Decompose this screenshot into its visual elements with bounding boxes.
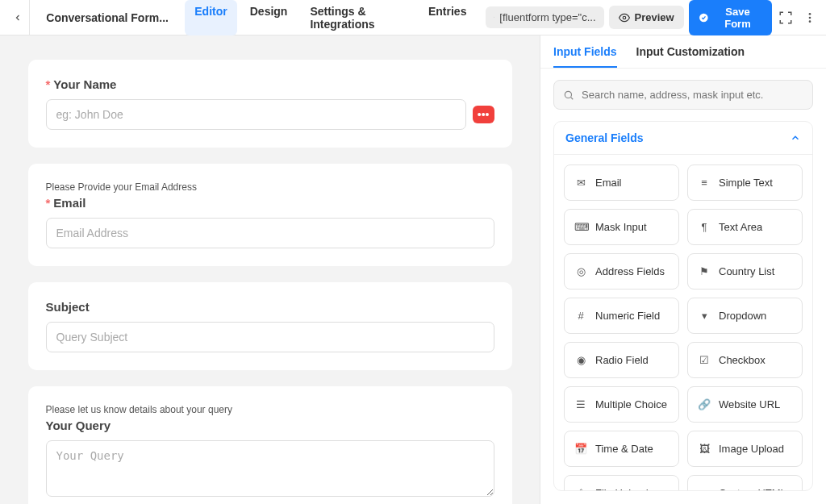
field-item-label: Address Fields — [595, 265, 665, 277]
field-label: Subject — [46, 300, 494, 314]
field-label: Your Query — [46, 419, 494, 432]
field-item-numeric-field[interactable]: #Numeric Field — [564, 298, 679, 334]
field-item-multiple-choice[interactable]: ☰Multiple Choice — [564, 386, 679, 423]
field-type-icon: ☰ — [574, 398, 587, 410]
field-item-label: Image Upload — [719, 443, 784, 455]
field-type-icon: ⌨ — [574, 221, 587, 233]
field-item-checkbox[interactable]: ☑Checkbox — [687, 342, 803, 378]
section-title: General Fields — [565, 131, 643, 144]
fullscreen-icon — [778, 10, 793, 25]
field-type-icon: ✉ — [574, 177, 587, 189]
field-type-icon: ⚑ — [698, 265, 711, 277]
eye-icon — [619, 12, 630, 23]
back-button[interactable] — [6, 0, 30, 35]
svg-line-7 — [571, 97, 574, 99]
copy-icon — [494, 12, 494, 23]
required-asterisk: * — [46, 196, 51, 210]
field-item-file-upload[interactable]: ⇧File Upload — [564, 475, 679, 491]
field-type-icon: 🔗 — [698, 398, 711, 410]
field-item-simple-text[interactable]: ≡Simple Text — [687, 165, 803, 201]
field-item-email[interactable]: ✉Email — [564, 165, 679, 201]
save-label: Save Form — [713, 6, 761, 30]
field-helper: Please Provide your Email Address — [46, 181, 494, 193]
form-canvas[interactable]: *Your Name•••Please Provide your Email A… — [0, 35, 540, 504]
shortcode-text: [fluentform type="c... — [499, 11, 595, 23]
field-item-label: Mask Input — [595, 221, 647, 233]
chevron-left-icon — [13, 13, 23, 23]
field-item-label: Numeric Field — [595, 310, 660, 322]
svg-point-6 — [565, 91, 571, 98]
form-field-card[interactable]: *Your Name••• — [28, 60, 512, 148]
field-item-website-url[interactable]: 🔗Website URL — [687, 386, 803, 423]
shortcode-box[interactable]: [fluentform type="c... — [486, 6, 603, 28]
field-search-input[interactable] — [553, 80, 813, 110]
tab-entries[interactable]: Entries — [419, 0, 476, 35]
required-asterisk: * — [46, 77, 51, 91]
field-type-icon: ⇧ — [574, 487, 587, 491]
search-wrap — [540, 69, 826, 121]
topbar: Conversational Form... EditorDesignSetti… — [0, 0, 826, 35]
side-tab-input-customization[interactable]: Input Customization — [636, 45, 745, 68]
field-input[interactable] — [46, 322, 494, 352]
field-item-label: Email — [595, 177, 622, 189]
field-item-mask-input[interactable]: ⌨Mask Input — [564, 209, 679, 245]
field-item-label: Country List — [719, 265, 774, 277]
preview-label: Preview — [635, 11, 674, 23]
preview-button[interactable]: Preview — [609, 6, 684, 29]
svg-point-1 — [623, 16, 626, 19]
form-title[interactable]: Conversational Form... — [35, 11, 172, 24]
fullscreen-button[interactable] — [777, 7, 796, 28]
field-item-label: Checkbox — [719, 354, 766, 366]
field-item-radio-field[interactable]: ◉Radio Field — [564, 342, 679, 378]
form-field-card[interactable]: Subject — [28, 282, 512, 370]
field-grid: ✉Email≡Simple Text⌨Mask Input¶Text Area◎… — [554, 155, 812, 491]
field-input[interactable] — [46, 218, 494, 248]
field-input[interactable] — [46, 99, 466, 130]
chevron-up-icon — [790, 132, 801, 144]
save-button[interactable]: Save Form — [689, 0, 772, 35]
field-type-icon: ▾ — [698, 310, 711, 322]
field-item-label: Multiple Choice — [595, 398, 667, 410]
field-item-label: File Upload — [595, 487, 649, 491]
field-item-label: Simple Text — [719, 177, 773, 189]
more-menu-button[interactable] — [800, 7, 820, 28]
field-item-country-list[interactable]: ⚑Country List — [687, 253, 803, 289]
general-fields-toggle[interactable]: General Fields — [554, 122, 812, 155]
main-tabs: EditorDesignSettings & IntegrationsEntri… — [185, 0, 476, 35]
field-item-image-upload[interactable]: 🖼Image Upload — [687, 431, 803, 467]
field-item-text-area[interactable]: ¶Text Area — [687, 209, 803, 245]
tab-design[interactable]: Design — [240, 0, 298, 35]
main-area: *Your Name•••Please Provide your Email A… — [0, 35, 826, 504]
tab-settings-integrations[interactable]: Settings & Integrations — [300, 0, 415, 35]
field-type-icon: ¶ — [698, 221, 711, 233]
svg-point-5 — [809, 20, 811, 23]
tab-editor[interactable]: Editor — [185, 0, 236, 35]
field-item-custom-html[interactable]: Custom HTML — [687, 475, 803, 491]
general-fields-section: General Fields ✉Email≡Simple Text⌨Mask I… — [553, 121, 813, 491]
side-panel: Input FieldsInput Customization General … — [540, 35, 826, 504]
field-item-label: Time & Date — [595, 443, 653, 455]
field-type-icon: ◎ — [574, 265, 587, 277]
svg-point-4 — [809, 16, 811, 19]
side-tab-input-fields[interactable]: Input Fields — [553, 45, 617, 68]
field-type-icon: ◉ — [574, 354, 587, 366]
form-field-card[interactable]: Please Provide your Email Address*Email — [28, 164, 512, 266]
field-item-address-fields[interactable]: ◎Address Fields — [564, 253, 679, 289]
search-icon — [563, 90, 574, 101]
side-tabs: Input FieldsInput Customization — [540, 35, 826, 69]
field-item-dropdown[interactable]: ▾Dropdown — [687, 298, 803, 334]
field-type-icon: 🖼 — [698, 443, 711, 455]
check-circle-icon — [699, 12, 709, 23]
form-title-text: Conversational Form... — [46, 11, 169, 24]
field-options-button[interactable]: ••• — [473, 106, 494, 123]
field-label: *Your Name — [46, 77, 494, 91]
field-item-label: Custom HTML — [719, 487, 786, 491]
dots-vertical-icon — [803, 11, 816, 24]
form-field-card[interactable]: Please let us know details about your qu… — [28, 386, 512, 504]
field-item-label: Text Area — [719, 221, 762, 233]
field-input[interactable] — [46, 440, 494, 497]
field-item-label: Website URL — [719, 398, 780, 410]
field-item-time-date[interactable]: 📅Time & Date — [564, 431, 679, 467]
field-item-label: Dropdown — [719, 310, 766, 322]
field-label: *Email — [46, 196, 494, 210]
